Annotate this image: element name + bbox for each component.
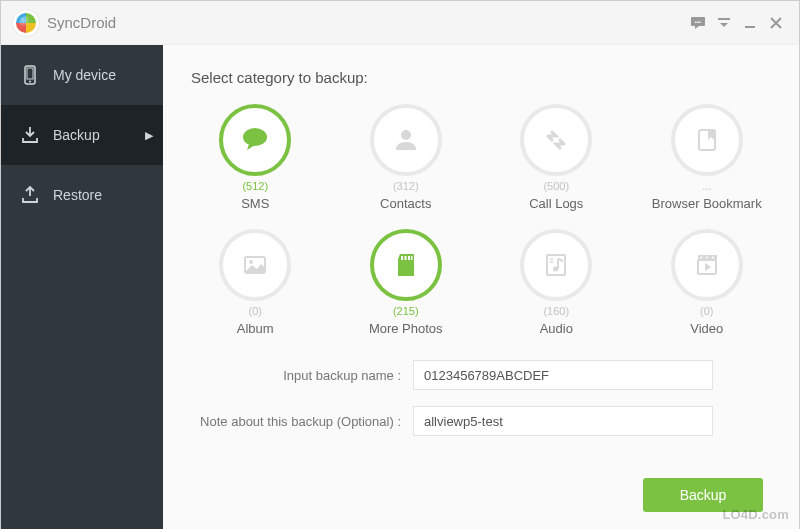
category-count: (312)	[393, 180, 419, 192]
category-count: (0)	[249, 305, 262, 317]
category-label: SMS	[241, 196, 269, 211]
phone-icon	[19, 64, 41, 86]
calllogs-icon	[520, 104, 592, 176]
svg-point-21	[700, 257, 702, 259]
svg-rect-16	[547, 255, 565, 275]
menu-dropdown-icon[interactable]	[713, 12, 735, 34]
feedback-icon[interactable]: •••	[687, 12, 709, 34]
backup-name-row: Input backup name :	[191, 360, 771, 390]
category-label: Call Logs	[529, 196, 583, 211]
svg-point-6	[29, 81, 31, 83]
sidebar-item-restore[interactable]: Restore	[1, 165, 163, 225]
category-calllogs[interactable]: (500) Call Logs	[496, 104, 617, 211]
category-video[interactable]: (0) Video	[647, 229, 768, 336]
category-label: Contacts	[380, 196, 431, 211]
category-count: (512)	[242, 180, 268, 192]
category-audio[interactable]: (160) Audio	[496, 229, 617, 336]
category-label: Audio	[540, 321, 573, 336]
main-panel: Select category to backup: (512) SMS (31…	[163, 45, 799, 529]
svg-rect-14	[408, 256, 410, 260]
titlebar: SyncDroid •••	[1, 1, 799, 45]
category-sms[interactable]: (512) SMS	[195, 104, 316, 211]
svg-rect-12	[401, 256, 403, 260]
contacts-icon	[370, 104, 442, 176]
video-icon	[671, 229, 743, 301]
sidebar-item-label: Backup	[53, 127, 100, 143]
backup-note-input[interactable]	[413, 406, 713, 436]
sms-icon	[219, 104, 291, 176]
category-album[interactable]: (0) Album	[195, 229, 316, 336]
category-bookmarks[interactable]: ... Browser Bookmark	[647, 104, 768, 211]
backup-name-label: Input backup name :	[191, 368, 413, 383]
download-icon	[19, 124, 41, 146]
app-title: SyncDroid	[47, 14, 116, 31]
upload-icon	[19, 184, 41, 206]
category-grid: (512) SMS (312) Contacts (500)	[191, 104, 771, 336]
sdcard-icon	[370, 229, 442, 301]
category-count: ...	[702, 180, 711, 192]
svg-text:•••: •••	[695, 18, 701, 24]
category-count: (215)	[393, 305, 419, 317]
backup-note-label: Note about this backup (Optional) :	[191, 414, 413, 429]
svg-point-17	[553, 267, 558, 272]
sidebar-item-my-device[interactable]: My device	[1, 45, 163, 105]
bookmark-icon	[671, 104, 743, 176]
sidebar-item-backup[interactable]: Backup ▶	[1, 105, 163, 165]
backup-note-row: Note about this backup (Optional) :	[191, 406, 771, 436]
svg-rect-15	[411, 256, 413, 260]
category-count: (160)	[543, 305, 569, 317]
chevron-right-icon: ▶	[145, 129, 153, 142]
album-icon	[219, 229, 291, 301]
svg-rect-3	[745, 26, 755, 28]
svg-rect-2	[718, 18, 730, 20]
svg-point-22	[706, 257, 708, 259]
category-label: Browser Bookmark	[652, 196, 762, 211]
category-morephotos[interactable]: (215) More Photos	[346, 229, 467, 336]
app-body: My device Backup ▶ Restore Select catego…	[1, 45, 799, 529]
svg-rect-13	[404, 256, 406, 260]
svg-point-11	[249, 260, 253, 264]
category-contacts[interactable]: (312) Contacts	[346, 104, 467, 211]
backup-name-input[interactable]	[413, 360, 713, 390]
section-heading: Select category to backup:	[191, 69, 771, 86]
svg-point-8	[401, 130, 411, 140]
category-count: (0)	[700, 305, 713, 317]
svg-point-7	[243, 128, 267, 146]
category-count: (500)	[543, 180, 569, 192]
app-window: SyncDroid ••• My device	[0, 0, 800, 529]
minimize-button[interactable]	[739, 12, 761, 34]
svg-rect-5	[27, 68, 33, 79]
watermark: LO4D.com	[722, 507, 789, 522]
sidebar-item-label: My device	[53, 67, 116, 83]
category-label: Video	[690, 321, 723, 336]
category-label: Album	[237, 321, 274, 336]
sidebar-item-label: Restore	[53, 187, 102, 203]
app-logo-icon	[13, 10, 39, 36]
svg-point-23	[712, 257, 714, 259]
category-label: More Photos	[369, 321, 443, 336]
audio-icon	[520, 229, 592, 301]
close-button[interactable]	[765, 12, 787, 34]
sidebar: My device Backup ▶ Restore	[1, 45, 163, 529]
